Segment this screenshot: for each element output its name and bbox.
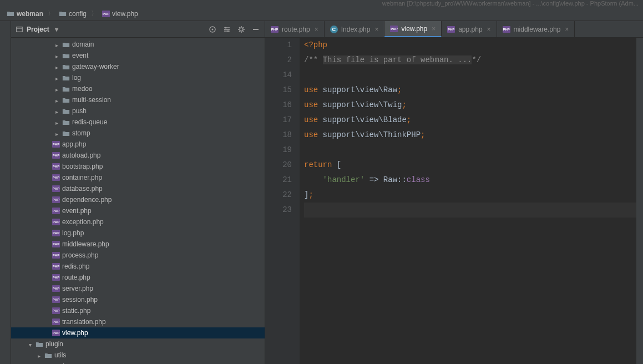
close-icon[interactable]: × (374, 26, 378, 33)
tree-item-label: plugin (45, 340, 63, 348)
close-icon[interactable]: × (432, 25, 436, 33)
code-line[interactable]: <?php (304, 38, 643, 53)
code-line[interactable]: ]; (304, 188, 643, 203)
tree-file[interactable]: session.php (11, 294, 265, 305)
tree-file[interactable]: server.php (11, 283, 265, 294)
editor-tab[interactable]: app.php× (442, 21, 497, 37)
settings-toggle-icon[interactable] (222, 25, 231, 34)
tab-label: middleware.php (514, 26, 561, 33)
tree-folder[interactable]: ▸push (11, 105, 265, 117)
tree-file[interactable]: view.php (11, 327, 265, 338)
tab-label: route.php (282, 26, 310, 33)
tree-file[interactable]: redis.php (11, 261, 265, 272)
tree-file[interactable]: process.php (11, 250, 265, 261)
line-number: 22 (265, 188, 292, 203)
tree-folder[interactable]: ▾plugin (11, 338, 265, 350)
code-line[interactable]: use support\view\Blade; (304, 113, 643, 128)
close-icon[interactable]: × (565, 26, 569, 33)
code-line[interactable] (304, 203, 643, 218)
tree-item-label: database.php (62, 185, 103, 193)
tree-arrow-icon: ▸ (55, 42, 60, 47)
tree-arrow-icon: ▸ (55, 53, 60, 58)
line-number: 14 (265, 68, 292, 83)
tree-folder[interactable]: ▸stomp (11, 128, 265, 139)
breadcrumb-item[interactable]: config (57, 9, 89, 19)
tree-item-label: redis-queue (72, 118, 107, 126)
line-number: 1 (265, 38, 292, 53)
tree-file[interactable]: app.php (11, 139, 265, 150)
tree-folder[interactable]: ▸event (11, 50, 265, 61)
tree-arrow-icon: ▸ (55, 87, 60, 91)
tree-file[interactable]: container.php (11, 172, 265, 183)
tree-file[interactable]: event.php (11, 205, 265, 216)
code-line[interactable]: use support\view\ThinkPHP; (304, 128, 643, 143)
tree-file[interactable]: log.php (11, 228, 265, 239)
tree-file[interactable]: static.php (11, 305, 265, 316)
tree-folder[interactable]: ▸medoo (11, 83, 265, 94)
editor-tab[interactable]: route.php× (265, 21, 325, 37)
tree-item-label: push (72, 107, 87, 115)
code-content[interactable]: <?php/** This file is part of webman. ..… (300, 38, 643, 364)
svg-point-3 (212, 28, 214, 30)
tree-arrow-icon: ▸ (55, 131, 60, 135)
php-icon (52, 174, 60, 181)
project-title[interactable]: Project (16, 26, 58, 33)
breadcrumb-item[interactable]: webman (4, 9, 45, 19)
tree-item-label: static.php (62, 307, 90, 315)
tree-folder[interactable]: ▸log (11, 72, 265, 83)
breadcrumb-item[interactable]: view.php (100, 9, 140, 19)
code-line[interactable]: return [ (304, 158, 643, 173)
minimize-icon[interactable] (251, 25, 260, 34)
php-icon (52, 285, 60, 292)
close-icon[interactable]: × (315, 26, 318, 33)
editor-tab[interactable]: middleware.php× (497, 21, 575, 37)
tree-file[interactable]: route.php (11, 272, 265, 283)
editor-tab[interactable]: view.php× (384, 21, 442, 37)
svg-point-7 (225, 27, 227, 28)
gear-icon[interactable] (237, 25, 246, 34)
tree-item-label: container.php (62, 174, 102, 181)
breadcrumb: webman〉config〉view.php (0, 7, 643, 21)
tree-folder[interactable]: ▸redis-queue (11, 117, 265, 128)
code-line[interactable] (304, 68, 643, 83)
code-line[interactable]: 'handler' => Raw::class (304, 173, 643, 188)
tree-folder[interactable]: ▸gateway-worker (11, 61, 265, 72)
project-icon (16, 26, 23, 33)
tree-item-label: multi-session (72, 96, 111, 104)
tree-file[interactable]: exception.php (11, 216, 265, 228)
php-icon (390, 26, 398, 32)
select-opened-icon[interactable] (208, 25, 217, 34)
tree-file[interactable]: autoload.php (11, 150, 265, 161)
line-number: 18 (265, 128, 292, 143)
code-line[interactable]: /** This file is part of webman. ...*/ (304, 53, 643, 68)
line-number: 2 (265, 53, 292, 68)
code-editor[interactable]: 1214151617181920212223 <?php/** This fil… (265, 38, 643, 364)
tree-file[interactable]: dependence.php (11, 194, 265, 205)
editor-tabs: route.php×CIndex.php×view.php×app.php×mi… (265, 21, 643, 38)
tree-folder[interactable]: ▸webman (11, 361, 265, 364)
tree-arrow-icon: ▸ (55, 75, 60, 80)
tree-item-label: redis.php (62, 262, 89, 270)
close-icon[interactable]: × (487, 26, 491, 33)
tree-arrow-icon: ▾ (29, 342, 33, 346)
tree-file[interactable]: middleware.php (11, 239, 265, 250)
editor-tab[interactable]: CIndex.php× (325, 21, 385, 37)
php-icon (52, 263, 60, 270)
code-line[interactable]: use support\view\Raw; (304, 83, 643, 98)
tab-label: view.php (401, 25, 427, 33)
tree-folder[interactable]: ▸domain (11, 39, 265, 50)
tree-folder[interactable]: ▸utils (11, 350, 265, 361)
tree-arrow-icon: ▸ (55, 64, 60, 69)
code-line[interactable]: use support\view\Twig; (304, 98, 643, 113)
vertical-scrollbar[interactable] (636, 38, 643, 364)
code-line[interactable] (304, 143, 643, 158)
tree-folder[interactable]: ▸multi-session (11, 94, 265, 105)
tree-file[interactable]: bootstrap.php (11, 161, 265, 172)
tree-item-label: stomp (72, 129, 90, 137)
tree-file[interactable]: database.php (11, 183, 265, 194)
php-icon (52, 196, 60, 203)
tree-item-label: session.php (62, 296, 98, 304)
tree-file[interactable]: translation.php (11, 316, 265, 327)
project-tree[interactable]: ▸domain▸event▸gateway-worker▸log▸medoo▸m… (11, 38, 265, 364)
php-icon (52, 296, 60, 303)
